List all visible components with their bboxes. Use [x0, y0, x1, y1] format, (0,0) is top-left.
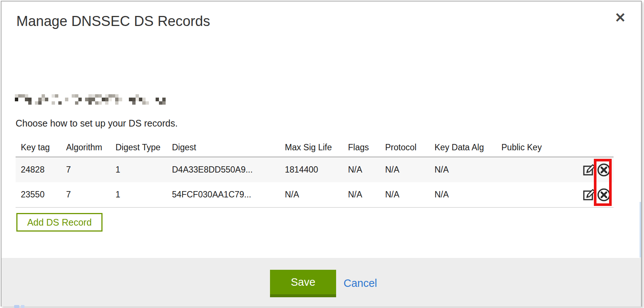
manage-dnssec-modal: Manage DNSSEC DS Records ✕ Choose how to…	[1, 1, 642, 307]
cell-digest-type: 1	[110, 165, 167, 175]
close-icon[interactable]: ✕	[612, 10, 628, 26]
ds-records-table: Key tag Algorithm Digest Type Digest Max…	[16, 138, 614, 208]
col-header-digest-type: Digest Type	[110, 142, 167, 153]
cancel-link[interactable]: Cancel	[344, 277, 377, 289]
cell-protocol: N/A	[380, 190, 429, 200]
edit-record-icon[interactable]	[582, 187, 596, 203]
cell-max-sig-life: N/A	[280, 190, 343, 200]
cell-flags: N/A	[343, 190, 380, 200]
cell-key-tag: 23550	[16, 190, 61, 200]
cell-actions	[578, 162, 614, 178]
table-bottom-border	[16, 207, 614, 208]
background-page-sliver	[640, 202, 641, 258]
col-header-max-sig-life: Max Sig Life	[280, 142, 343, 153]
add-ds-record-button[interactable]: Add DS Record	[16, 213, 103, 232]
table-header-row: Key tag Algorithm Digest Type Digest Max…	[16, 138, 614, 157]
cell-digest-type: 1	[110, 190, 167, 200]
cell-algorithm: 7	[61, 165, 110, 175]
background-artifact	[21, 305, 25, 308]
delete-record-icon[interactable]	[596, 187, 611, 203]
cell-flags: N/A	[343, 165, 380, 175]
delete-record-icon[interactable]	[596, 162, 611, 178]
background-artifact	[14, 305, 19, 308]
col-header-key-tag: Key tag	[16, 142, 61, 153]
cell-digest: 54FCF030AA1C79...	[167, 190, 280, 200]
cell-key-data-alg: N/A	[429, 165, 496, 175]
cell-max-sig-life: 1814400	[280, 165, 343, 175]
modal-footer: Save Cancel	[1, 258, 641, 307]
cell-digest: D4A33E8DD550A9...	[167, 165, 280, 175]
col-header-key-data-alg: Key Data Alg	[429, 142, 496, 153]
save-button[interactable]: Save	[270, 270, 336, 297]
page-title: Manage DNSSEC DS Records	[16, 13, 210, 29]
col-header-algorithm: Algorithm	[61, 142, 110, 153]
screenshot-stage: Manage DNSSEC DS Records ✕ Choose how to…	[0, 0, 644, 308]
cell-actions	[578, 187, 614, 203]
cell-key-tag: 24828	[16, 165, 61, 175]
instruction-text: Choose how to set up your DS records.	[16, 118, 178, 129]
edit-record-icon[interactable]	[582, 162, 596, 178]
cell-protocol: N/A	[380, 165, 429, 175]
table-row: 24828 7 1 D4A33E8DD550A9... 1814400 N/A …	[16, 157, 614, 182]
cell-algorithm: 7	[61, 190, 110, 200]
redacted-domain-name	[15, 94, 166, 105]
col-header-public-key: Public Key	[496, 142, 578, 153]
col-header-digest: Digest	[167, 142, 280, 153]
table-row: 23550 7 1 54FCF030AA1C79... N/A N/A N/A …	[16, 182, 614, 207]
col-header-protocol: Protocol	[380, 142, 429, 153]
cell-key-data-alg: N/A	[429, 190, 496, 200]
col-header-flags: Flags	[343, 142, 380, 153]
